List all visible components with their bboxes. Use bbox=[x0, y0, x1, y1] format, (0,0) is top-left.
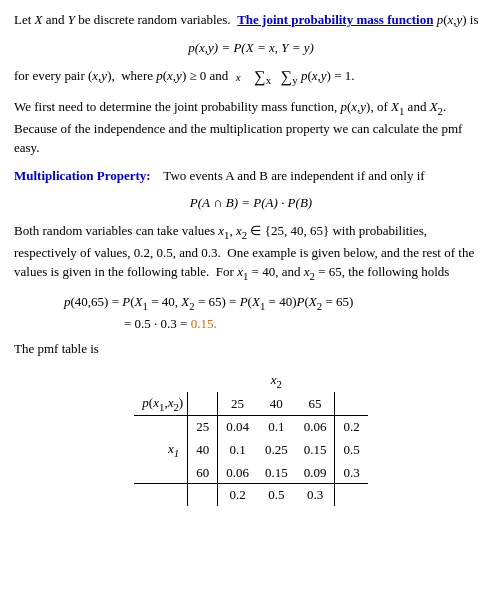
cell-60-65: 0.09 bbox=[296, 462, 335, 484]
eq1-display: p(x,y) = P(X = x, Y = y) bbox=[14, 38, 488, 58]
cell-60-40: 0.15 bbox=[257, 462, 296, 484]
table-row-60: 60 0.06 0.15 0.09 0.3 bbox=[134, 462, 367, 484]
table-row-25: 25 0.04 0.1 0.06 0.2 bbox=[134, 416, 367, 438]
col-header-row: p(x1,x2) 25 40 65 bbox=[134, 392, 367, 416]
pmf-table-intro: The pmf table is bbox=[14, 339, 488, 359]
sum-40: 0.5 bbox=[257, 484, 296, 506]
pmf-table-wrapper: x2 p(x1,x2) 25 40 65 25 0.04 0.1 bbox=[14, 369, 488, 506]
cell-25-40: 0.1 bbox=[257, 416, 296, 438]
eq3-line1: p(40,65) = P(X1 = 40, X2 = 65) = P(X1 = … bbox=[64, 292, 488, 314]
margin-40: 0.5 bbox=[335, 438, 368, 462]
joint-pmf-link[interactable]: The joint probability mass function bbox=[237, 12, 433, 27]
eq3-line2: = 0.5 · 0.3 = 0.15. bbox=[124, 314, 488, 334]
para2: We first need to determine the joint pro… bbox=[14, 97, 488, 158]
margin-25: 0.2 bbox=[335, 416, 368, 438]
intro-paragraph: Let X and Y be discrete random variables… bbox=[14, 10, 488, 30]
cell-25-25: 0.04 bbox=[218, 416, 257, 438]
var-x: X bbox=[35, 12, 43, 27]
cell-40-25: 0.1 bbox=[218, 438, 257, 462]
cell-25-65: 0.06 bbox=[296, 416, 335, 438]
x2-sub: 2 bbox=[276, 377, 281, 389]
x2-header-row: x2 bbox=[134, 369, 367, 392]
sum-row: 0.2 0.5 0.3 bbox=[134, 484, 367, 506]
var-y: Y bbox=[68, 12, 75, 27]
eq3-block: p(40,65) = P(X1 = 40, X2 = 65) = P(X1 = … bbox=[64, 292, 488, 333]
for-every-para: for every pair (x,y), where p(x,y) ≥ 0 a… bbox=[14, 65, 488, 89]
col-header-65: 65 bbox=[296, 392, 335, 416]
sum-25: 0.2 bbox=[218, 484, 257, 506]
table-row-40: x1 40 0.1 0.25 0.15 0.5 bbox=[134, 438, 367, 462]
mult-property-label: Multiplication Property: bbox=[14, 168, 151, 183]
pmf-table: x2 p(x1,x2) 25 40 65 25 0.04 0.1 bbox=[134, 369, 367, 506]
para3: Both random variables can take values x1… bbox=[14, 221, 488, 284]
col-header-25: 25 bbox=[218, 392, 257, 416]
result-value: 0.15. bbox=[191, 316, 217, 331]
pxy-col-label: p bbox=[142, 395, 149, 410]
cell-40-40: 0.25 bbox=[257, 438, 296, 462]
col-header-40: 40 bbox=[257, 392, 296, 416]
mult-property-para: Multiplication Property: Two events A an… bbox=[14, 166, 488, 186]
margin-60: 0.3 bbox=[335, 462, 368, 484]
cell-40-65: 0.15 bbox=[296, 438, 335, 462]
cell-60-25: 0.06 bbox=[218, 462, 257, 484]
sum-65: 0.3 bbox=[296, 484, 335, 506]
eq2-display: P(A ∩ B) = P(A) · P(B) bbox=[14, 193, 488, 213]
